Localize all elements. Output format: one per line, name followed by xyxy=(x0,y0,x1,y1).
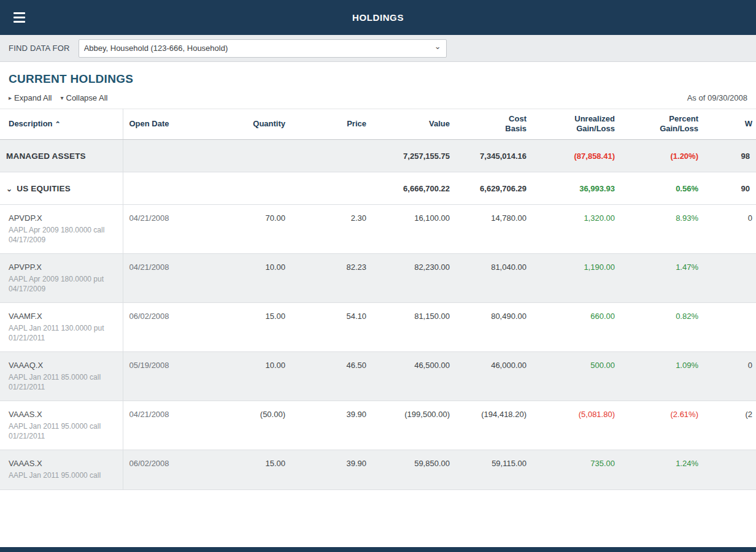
holding-symbol: VAAMF.X xyxy=(9,312,117,321)
holding-expiry: 01/21/2011 xyxy=(9,334,107,343)
header-cost-line2: Basis xyxy=(462,124,526,134)
price-cell: 39.90 xyxy=(291,401,372,450)
unrealized-cell: 735.00 xyxy=(533,450,621,490)
empty-cell xyxy=(123,172,206,205)
holding-description: AAPL Jan 2011 130.0000 put xyxy=(9,324,107,334)
page-head: CURRENT HOLDINGS ▸ Expand All ▾ Collapse… xyxy=(0,62,756,102)
cost-basis-cell: 80,490.00 xyxy=(456,303,533,352)
header-unrealized-line2: Gain/Loss xyxy=(539,124,615,134)
holding-description-cell: APVPP.X AAPL Apr 2009 180.0000 put 04/17… xyxy=(0,254,123,303)
group-value: 6,666,700.22 xyxy=(372,172,456,205)
empty-cell xyxy=(291,172,372,205)
weight-cell xyxy=(704,303,756,352)
empty-cell xyxy=(206,140,291,172)
household-select[interactable]: Abbey, Household (123-666, Household) xyxy=(79,39,447,58)
percent-cell: 1.24% xyxy=(621,450,704,490)
expand-all-label: Expand All xyxy=(14,93,52,102)
value-cell: 82,230.00 xyxy=(372,254,456,303)
header-percent-gain-loss[interactable]: Percent Gain/Loss xyxy=(621,109,704,140)
header-value[interactable]: Value xyxy=(372,109,456,140)
quantity-cell: 70.00 xyxy=(206,205,291,254)
empty-cell xyxy=(291,140,372,172)
table-row: APVPP.X AAPL Apr 2009 180.0000 put 04/17… xyxy=(0,254,756,303)
holding-description-cell: VAAAQ.X AAPL Jan 2011 85.0000 call 01/21… xyxy=(0,352,123,401)
price-cell: 46.50 xyxy=(291,352,372,401)
open-date-cell: 05/19/2008 xyxy=(123,352,206,401)
table-row: VAAAS.X AAPL Jan 2011 95.0000 call 06/02… xyxy=(0,450,756,490)
unrealized-cell: 660.00 xyxy=(533,303,621,352)
summary-row-managed-assets: MANAGED ASSETS 7,257,155.75 7,345,014.16… xyxy=(0,140,756,172)
find-data-bar: FIND DATA FOR Abbey, Household (123-666,… xyxy=(0,35,756,62)
holding-description-cell: VAAMF.X AAPL Jan 2011 130.0000 put 01/21… xyxy=(0,303,123,352)
unrealized-cell: (5,081.80) xyxy=(533,401,621,450)
collapse-chevron-icon[interactable]: ⌄ xyxy=(6,185,12,193)
header-percent-line2: Gain/Loss xyxy=(627,124,698,134)
group-row-us-equities[interactable]: ⌄US EQUITIES 6,666,700.22 6,629,706.29 3… xyxy=(0,172,756,205)
app-bar: HOLDINGS xyxy=(0,0,756,35)
holding-description: AAPL Jan 2011 85.0000 call xyxy=(9,373,107,383)
percent-cell: 1.09% xyxy=(621,352,704,401)
as-of-date: As of 09/30/2008 xyxy=(687,93,747,102)
value-cell: 59,850.00 xyxy=(372,450,456,490)
collapse-all-label: Collapse All xyxy=(66,93,108,102)
weight-cell xyxy=(704,450,756,490)
cost-basis-cell: 59,115.00 xyxy=(456,450,533,490)
holding-expiry: 04/17/2009 xyxy=(9,236,107,245)
price-cell: 2.30 xyxy=(291,205,372,254)
weight-cell: 0 xyxy=(704,205,756,254)
holding-description: AAPL Jan 2011 95.0000 call xyxy=(9,422,107,432)
holding-description: AAPL Apr 2009 180.0000 put xyxy=(9,275,107,285)
holding-symbol: VAAAQ.X xyxy=(9,361,117,370)
holding-expiry: 04/17/2009 xyxy=(9,285,107,294)
header-description[interactable]: Description⌃ xyxy=(0,109,123,140)
expand-all-link[interactable]: ▸ Expand All xyxy=(9,93,52,102)
summary-value: 7,257,155.75 xyxy=(372,140,456,172)
price-cell: 54.10 xyxy=(291,303,372,352)
triangle-right-icon: ▸ xyxy=(9,94,12,101)
group-name-cell[interactable]: ⌄US EQUITIES xyxy=(0,172,123,205)
header-percent-line1: Percent xyxy=(627,114,698,124)
empty-cell xyxy=(206,172,291,205)
group-weight: 90 xyxy=(704,172,756,205)
weight-cell xyxy=(704,254,756,303)
open-date-cell: 04/21/2008 xyxy=(123,401,206,450)
holding-description: AAPL Jan 2011 95.0000 call xyxy=(9,471,107,481)
header-cost-line1: Cost xyxy=(462,114,526,124)
summary-cost-basis: 7,345,014.16 xyxy=(456,140,533,172)
open-date-cell: 06/02/2008 xyxy=(123,303,206,352)
header-unrealized-line1: Unrealized xyxy=(539,114,615,124)
table-row: APVDP.X AAPL Apr 2009 180.0000 call 04/1… xyxy=(0,205,756,254)
cost-basis-cell: (194,418.20) xyxy=(456,401,533,450)
price-cell: 82.23 xyxy=(291,254,372,303)
value-cell: 81,150.00 xyxy=(372,303,456,352)
household-select-wrap: Abbey, Household (123-666, Household) ⌄ xyxy=(79,39,447,58)
percent-cell: (2.61%) xyxy=(621,401,704,450)
value-cell: 46,500.00 xyxy=(372,352,456,401)
percent-cell: 1.47% xyxy=(621,254,704,303)
table-row: VAAAQ.X AAPL Jan 2011 85.0000 call 01/21… xyxy=(0,352,756,401)
group-cost-basis: 6,629,706.29 xyxy=(456,172,533,205)
holding-description-cell: APVDP.X AAPL Apr 2009 180.0000 call 04/1… xyxy=(0,205,123,254)
quantity-cell: 15.00 xyxy=(206,303,291,352)
open-date-cell: 04/21/2008 xyxy=(123,254,206,303)
value-cell: 16,100.00 xyxy=(372,205,456,254)
holding-symbol: VAAAS.X xyxy=(9,410,117,419)
header-cost-basis[interactable]: Cost Basis xyxy=(456,109,533,140)
collapse-all-link[interactable]: ▾ Collapse All xyxy=(60,93,107,102)
header-unrealized-gain-loss[interactable]: Unrealized Gain/Loss xyxy=(533,109,621,140)
weight-cell: (2 xyxy=(704,401,756,450)
header-quantity[interactable]: Quantity xyxy=(206,109,291,140)
quantity-cell: (50.00) xyxy=(206,401,291,450)
value-cell: (199,500.00) xyxy=(372,401,456,450)
table-row: VAAMF.X AAPL Jan 2011 130.0000 put 01/21… xyxy=(0,303,756,352)
cost-basis-cell: 46,000.00 xyxy=(456,352,533,401)
open-date-cell: 06/02/2008 xyxy=(123,450,206,490)
percent-cell: 0.82% xyxy=(621,303,704,352)
summary-percent: (1.20%) xyxy=(621,140,704,172)
header-price[interactable]: Price xyxy=(291,109,372,140)
header-weight[interactable]: W xyxy=(704,109,756,140)
quantity-cell: 15.00 xyxy=(206,450,291,490)
header-open-date[interactable]: Open Date xyxy=(123,109,206,140)
page-title: CURRENT HOLDINGS xyxy=(9,72,747,86)
table-header-row: Description⌃ Open Date Quantity Price Va… xyxy=(0,109,756,140)
